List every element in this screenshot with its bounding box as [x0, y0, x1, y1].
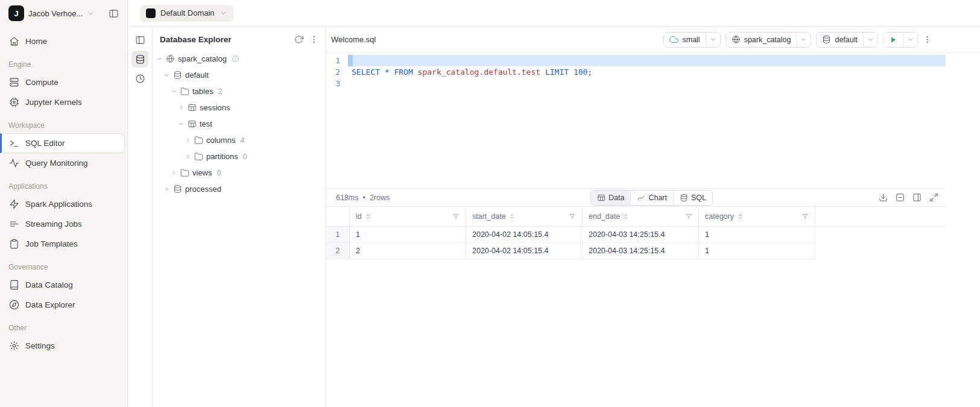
tree-item-label: test — [200, 119, 212, 128]
filter-icon[interactable] — [569, 213, 576, 220]
cluster-size-caret[interactable] — [706, 33, 720, 47]
database-explorer-tab-button[interactable] — [131, 51, 148, 68]
chevron-down-icon[interactable] — [171, 88, 177, 95]
editor-more-button[interactable] — [923, 35, 932, 44]
results-toolbar: 618ms • 2rows Data Chart — [326, 189, 946, 207]
collapse-results-button[interactable] — [896, 193, 905, 202]
tree-item-partitions[interactable]: partitions 0 — [153, 148, 326, 165]
tab-sql[interactable]: SQL — [673, 191, 712, 205]
sidebar-item-query-monitoring[interactable]: Query Monitoring — [0, 153, 127, 173]
clipboard-icon — [9, 239, 19, 249]
tree-item-label: default — [185, 71, 209, 80]
chart-icon — [637, 194, 645, 202]
sidebar-item-compute[interactable]: Compute — [0, 72, 127, 92]
chevron-right-icon[interactable] — [163, 186, 170, 192]
column-header-start-date[interactable]: start_date — [466, 207, 583, 226]
sidebar-item-data-catalog[interactable]: Data Catalog — [0, 275, 127, 295]
tab-chart[interactable]: Chart — [630, 191, 673, 205]
play-icon — [889, 36, 897, 44]
column-header-end-date[interactable]: end_date — [583, 207, 699, 226]
column-header-category[interactable]: category — [699, 207, 815, 226]
tree-item-tables[interactable]: tables 2 — [153, 83, 326, 99]
run-options-caret[interactable] — [903, 33, 917, 47]
info-icon[interactable] — [232, 55, 239, 63]
tab-label: Chart — [648, 194, 667, 202]
refresh-button[interactable] — [294, 35, 303, 44]
tree-item-count: 0 — [243, 153, 247, 161]
panel-right-icon — [912, 193, 922, 202]
tree-item-views[interactable]: views 0 — [153, 165, 326, 181]
cell-category: 1 — [699, 227, 815, 242]
sort-icon[interactable] — [736, 213, 744, 220]
table-icon — [188, 103, 197, 112]
chevron-right-icon[interactable] — [178, 104, 185, 111]
database-caret[interactable] — [863, 33, 877, 47]
sidebar-item-label: Job Templates — [25, 239, 78, 248]
explorer-more-button[interactable] — [309, 35, 318, 44]
code-line-1 — [348, 55, 946, 66]
run-query-button[interactable] — [883, 32, 918, 48]
editor-tab-welcome-sql[interactable]: Welcome.sql — [331, 35, 376, 44]
sidebar-toggle-button[interactable] — [109, 8, 119, 19]
sidebar-item-spark-applications[interactable]: Spark Applications — [0, 194, 127, 214]
tree-item-processed[interactable]: processed — [153, 181, 326, 197]
export-button[interactable] — [879, 193, 888, 202]
user-menu[interactable]: J Jacob Verhoe... — [8, 5, 95, 21]
catalog-label: spark_catalog — [744, 36, 791, 44]
sidebar: J Jacob Verhoe... Home Engine Compute Ju… — [0, 0, 128, 407]
tree-item-spark-catalog[interactable]: spark_catalog — [153, 51, 326, 67]
table-header-row: id start_date end_date — [326, 207, 946, 227]
sidebar-item-settings[interactable]: Settings — [0, 336, 127, 356]
sidebar-item-job-templates[interactable]: Job Templates — [0, 234, 127, 254]
chevron-right-icon[interactable] — [185, 137, 191, 144]
panel-layout-button[interactable] — [131, 31, 148, 48]
sort-icon[interactable] — [364, 213, 371, 220]
database-select[interactable]: default — [816, 32, 878, 48]
database-icon — [173, 71, 182, 80]
split-view-button[interactable] — [912, 193, 922, 202]
chevron-down-icon[interactable] — [178, 121, 185, 127]
expand-results-button[interactable] — [929, 193, 938, 202]
database-label: default — [835, 36, 858, 44]
sidebar-item-label: Data Catalog — [25, 280, 73, 289]
sql-editor-input[interactable]: 1 2 3 SELECT * FROM spark_catalog.defaul… — [326, 53, 980, 188]
sidebar-item-streaming-jobs[interactable]: Streaming Jobs — [0, 214, 127, 234]
cluster-cloud-icon — [669, 35, 678, 44]
catalog-select[interactable]: spark_catalog — [726, 32, 812, 48]
chevron-right-icon[interactable] — [185, 153, 191, 160]
query-history-button[interactable] — [131, 70, 148, 87]
filter-icon[interactable] — [452, 213, 460, 220]
table-icon — [188, 119, 197, 128]
sidebar-item-sql-editor[interactable]: SQL Editor — [0, 133, 125, 153]
sidebar-item-home[interactable]: Home — [0, 31, 127, 51]
tree-item-columns[interactable]: columns 4 — [153, 132, 326, 148]
cluster-size-select[interactable]: small — [663, 32, 720, 48]
line-number-gutter: 1 2 3 — [326, 55, 348, 188]
sidebar-item-label: Settings — [25, 341, 55, 350]
sidebar-item-jupyter-kernels[interactable]: Jupyter Kernels — [0, 92, 127, 112]
folder-icon — [180, 168, 189, 177]
tree-item-default[interactable]: default — [153, 67, 326, 83]
sort-icon[interactable] — [508, 213, 516, 220]
domain-selector[interactable]: Default Domain — [140, 5, 233, 22]
sort-icon[interactable] — [622, 213, 630, 220]
chevron-right-icon[interactable] — [171, 169, 177, 176]
tab-data[interactable]: Data — [591, 191, 630, 205]
catalog-caret[interactable] — [796, 33, 811, 47]
chevron-down-icon — [709, 36, 717, 43]
tree-item-test[interactable]: test — [153, 116, 326, 132]
chevron-down-icon — [906, 36, 914, 43]
cpu-icon — [9, 97, 19, 107]
filter-icon[interactable] — [685, 213, 692, 220]
tree-item-sessions[interactable]: sessions — [153, 99, 326, 116]
book-icon — [9, 280, 19, 290]
chevron-down-icon[interactable] — [156, 55, 163, 62]
database-icon — [173, 185, 182, 194]
database-icon — [822, 35, 831, 44]
sidebar-item-label: SQL Editor — [25, 139, 65, 148]
minus-square-icon — [896, 193, 905, 202]
chevron-down-icon[interactable] — [163, 72, 170, 78]
sidebar-item-data-explorer[interactable]: Data Explorer — [0, 295, 127, 315]
filter-icon[interactable] — [801, 213, 809, 220]
column-header-id[interactable]: id — [350, 207, 466, 226]
